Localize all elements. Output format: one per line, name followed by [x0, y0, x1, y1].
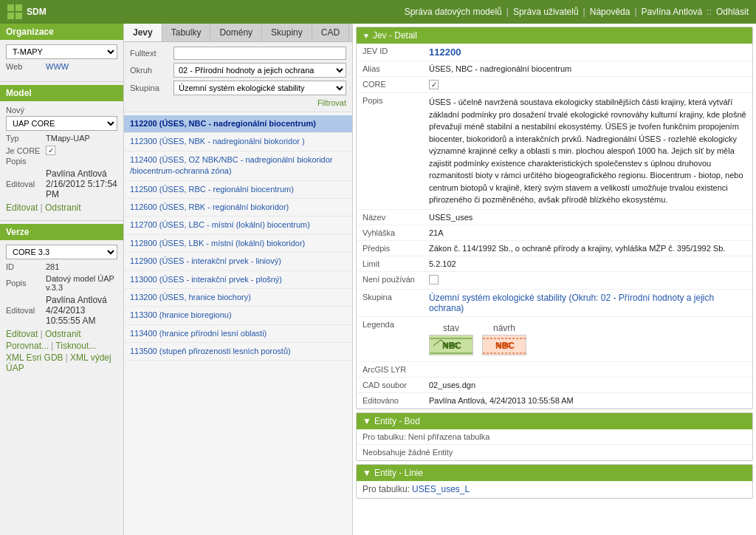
okruh-label: Okruh	[130, 66, 171, 75]
tisknout-link[interactable]: Tisknout...	[55, 341, 96, 351]
limit-value: 5.2.102	[423, 256, 752, 271]
popis-row: Popis	[6, 157, 117, 166]
type-label: Typ	[6, 134, 43, 143]
detail-arrow-icon: ▼	[362, 32, 370, 40]
entity-linie-arrow-icon: ▼	[362, 468, 371, 478]
legend-navrh-item: návrh NBC	[482, 323, 526, 355]
jev-detail-title: Jev - Detail	[373, 30, 417, 41]
cad-value: 02_uses.dgn	[423, 377, 752, 392]
entity-bod-neobsahuje: Neobsahuje žádné Entity	[357, 445, 752, 460]
fulltext-row: Fulltext	[130, 47, 346, 60]
list-item[interactable]: 113300 (hranice bioregionu)	[124, 307, 352, 324]
editovano-row: Editováno Pavlína Antlová, 4/24/2013 10:…	[357, 392, 752, 408]
entity-linie-pro-tabulku: Pro tabulku: USES_uses_L	[357, 481, 752, 498]
left-panel: Organizace T-MAPY Web WWW Model Nový UAP…	[0, 24, 124, 535]
type-value: TMapy-UAP	[46, 134, 90, 143]
core-checkbox[interactable]	[429, 80, 439, 89]
vyhlaska-label: Vyhláška	[357, 225, 423, 240]
alias-value: ÚSES, NBC - nadregionální biocentrum	[423, 61, 752, 77]
nav-napoveda[interactable]: Nápověda	[590, 7, 630, 17]
skupina-detail-value[interactable]: Územní systém ekologické stability (Okru…	[429, 293, 714, 313]
list-item[interactable]: 112800 (ÚSES, LBK - místní (lokální) bio…	[124, 235, 352, 253]
svg-text:NBC: NBC	[442, 341, 461, 351]
model-edit-link[interactable]: Editovat	[6, 202, 38, 213]
core-row: CORE	[357, 77, 752, 93]
list-item[interactable]: 112600 (ÚSES, RBK - regionální biokorido…	[124, 199, 352, 217]
list-item[interactable]: 112200 (ÚSES, NBC - nadregionální biocen…	[124, 115, 352, 133]
tab-jevy[interactable]: Jevy	[124, 24, 162, 41]
tab-tabulky[interactable]: Tabulky	[162, 24, 211, 41]
popis-detail-label: Popis	[357, 93, 423, 210]
skupina-select[interactable]: Územní systém ekologické stability	[173, 81, 346, 95]
model-section-content: Nový UAP CORE Typ TMapy-UAP Je CORE Popi…	[0, 101, 123, 217]
middle-panel: Jevy Tabulky Domény Skupiny CAD Fulltext…	[124, 24, 353, 535]
tab-cad[interactable]: CAD	[312, 24, 349, 41]
fulltext-label: Fulltext	[130, 49, 171, 58]
nav-sprava-datovych[interactable]: Správa datových modelů	[405, 7, 502, 17]
model-new-label: Nový	[6, 106, 117, 115]
legend-navrh-label: návrh	[493, 323, 515, 333]
neni-pouzivan-label: Není používán	[357, 271, 423, 289]
verze-odstranit-link[interactable]: Odstranit	[45, 329, 81, 339]
entity-linie-tabulka-link[interactable]: USES_uses_L	[412, 484, 470, 494]
id-label: ID	[6, 262, 43, 271]
okruh-row: Okruh 02 - Přírodní hodnoty a jejich och…	[130, 63, 346, 78]
list-item[interactable]: 112900 (ÚSES - interakční prvek - liniov…	[124, 253, 352, 270]
limit-label: Limit	[357, 256, 423, 271]
arcgis-label: ArcGIS LYR	[357, 361, 423, 377]
header-user: Pavlína Antlová	[642, 7, 703, 17]
list-item[interactable]: 113400 (hranice přírodní lesní oblasti)	[124, 325, 352, 343]
porovnat-link[interactable]: Porovnat...	[6, 341, 49, 351]
verze-dropdown[interactable]: CORE 3.3	[6, 245, 117, 259]
id-row: ID 281	[6, 262, 117, 271]
jev-id-value: 112200	[429, 47, 461, 58]
nav-sprava-uzivatelu[interactable]: Správa uživatelů	[513, 7, 579, 17]
je-core-label: Je CORE	[6, 146, 43, 155]
neni-pouzivan-row: Není používán	[357, 271, 752, 289]
web-value[interactable]: WWW	[46, 62, 69, 71]
list-item[interactable]: 113200 (ÚSES, hranice biochory)	[124, 289, 352, 307]
tab-skupiny[interactable]: Skupiny	[262, 24, 312, 41]
legend-area: stav NBC	[429, 320, 746, 358]
editoval-v-label: Editoval	[6, 306, 43, 315]
editoval-value: Pavlína Antlová 2/16/2012 5:17:54 PM	[46, 168, 117, 200]
web-label: Web	[6, 62, 43, 71]
neni-pouzivan-checkbox[interactable]	[429, 275, 439, 284]
header: SDM Správa datových modelů | Správa uživ…	[0, 0, 756, 24]
verze-edit-link[interactable]: Editovat	[6, 329, 38, 339]
list-item[interactable]: 112400 (ÚSES, OZ NBK/NBC - nadregionální…	[124, 151, 352, 181]
vyhlaska-row: Vyhláška 21A	[357, 225, 752, 240]
popis-row: Popis ÚSES - účelně navržená soustava ek…	[357, 93, 752, 210]
verze-edit-links: Editovat | Odstranit	[6, 329, 117, 339]
nav-odhlasit[interactable]: Odhlásit	[716, 7, 749, 17]
fulltext-input[interactable]	[173, 47, 346, 60]
verze-extra-links: Porovnat... | Tisknout...	[6, 341, 117, 351]
entity-bod-arrow-icon: ▼	[362, 416, 371, 426]
list-item[interactable]: 112300 (ÚSES, NBK - nadregionální biokor…	[124, 133, 352, 151]
cad-row: CAD soubor 02_uses.dgn	[357, 377, 752, 392]
jev-id-row: JEV ID 112200	[357, 44, 752, 61]
list-item[interactable]: 112500 (ÚSES, RBC - regionální biocentru…	[124, 181, 352, 199]
legend-stav-label: stav	[443, 323, 459, 333]
filter-area: Fulltext Okruh 02 - Přírodní hodnoty a j…	[124, 42, 352, 112]
popis-v-row: Popis Datový model ÚAP v.3.3	[6, 274, 117, 292]
xml-esri-link[interactable]: XML Esri GDB	[6, 352, 63, 363]
org-dropdown[interactable]: T-MAPY	[6, 44, 117, 59]
list-item[interactable]: 112700 (ÚSES, LBC - místní (lokální) bio…	[124, 217, 352, 234]
editoval-v-row: Editoval Pavlína Antlová 4/24/2013 10:55…	[6, 295, 117, 326]
list-item[interactable]: 113500 (stupeň přirozenosti lesních poro…	[124, 343, 352, 361]
model-odstranit-link[interactable]: Odstranit	[45, 202, 81, 213]
model-dropdown[interactable]: UAP CORE	[6, 116, 117, 131]
alias-row: Alias ÚSES, NBC - nadregionální biocentr…	[357, 61, 752, 77]
main-layout: Organizace T-MAPY Web WWW Model Nový UAP…	[0, 24, 756, 535]
legend-stav-item: stav NBC	[429, 323, 473, 355]
filtrovat-link[interactable]: Filtrovat	[130, 98, 346, 107]
okruh-select[interactable]: 02 - Přírodní hodnoty a jejich ochrana	[173, 63, 346, 78]
nazev-label: Název	[357, 209, 423, 225]
jev-detail-header: ▼ Jev - Detail	[357, 27, 752, 44]
verze-xml-links: XML Esri GDB | XML výdej ÚAP	[6, 352, 117, 373]
entity-linie-title: Entity - Linie	[374, 468, 423, 478]
je-core-checkbox[interactable]	[46, 146, 55, 155]
tab-domeny[interactable]: Domény	[210, 24, 262, 41]
list-item[interactable]: 113000 (ÚSES - interakční prvek - plošný…	[124, 271, 352, 289]
